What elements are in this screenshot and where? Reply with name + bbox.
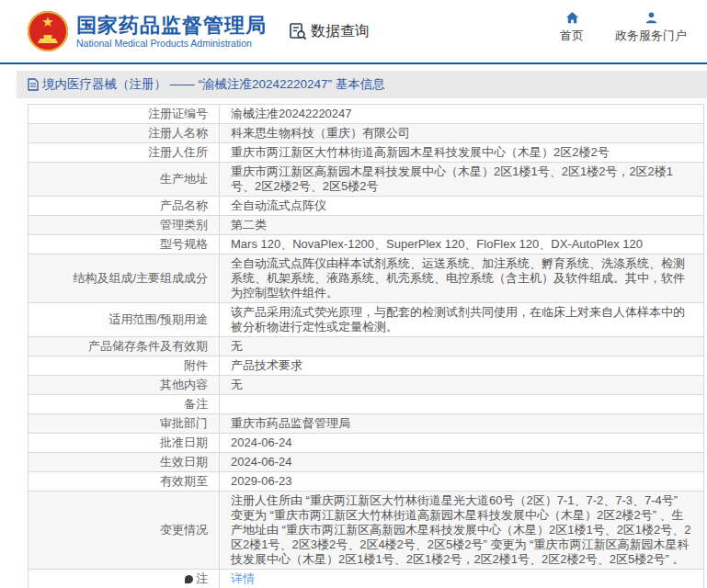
row-label: 产品储存条件及有效期 bbox=[29, 337, 220, 356]
row-value: 该产品采用流式荧光原理，与配套的检测试剂共同使用，在临床上对来自人体样本中的被分… bbox=[220, 303, 704, 337]
row-value: 2024-06-24 bbox=[220, 453, 704, 472]
row-label: 型号规格 bbox=[29, 235, 220, 254]
row-label: 有效期至 bbox=[29, 472, 220, 492]
row-value: 全自动流式点阵仪 bbox=[220, 197, 704, 216]
user-icon bbox=[644, 11, 658, 25]
data-query-section[interactable]: 数据查询 bbox=[289, 22, 370, 41]
row-value: 2029-06-23 bbox=[220, 472, 704, 492]
row-label: 产品名称 bbox=[29, 197, 220, 216]
row-value: 第二类 bbox=[220, 216, 704, 235]
document-icon bbox=[28, 78, 39, 91]
row-label: 注 bbox=[29, 570, 220, 588]
row-label: 管理类别 bbox=[29, 216, 220, 235]
row-label: 变更情况 bbox=[29, 492, 220, 570]
nav-item-service-portal[interactable]: 政务服务门户 bbox=[615, 11, 687, 42]
table-row: 注册证编号渝械注准20242220247 bbox=[29, 105, 704, 124]
row-value: 重庆市两江新区高新园木星科技发展中心（木星）2区1楼1号、2区1楼2号，2区2楼… bbox=[220, 163, 704, 197]
table-row: 产品储存条件及有效期无 bbox=[29, 337, 704, 356]
breadcrumb-text: 境内医疗器械（注册） —— “渝械注准20242220247” 基本信息 bbox=[42, 76, 385, 93]
nmpa-logo-link[interactable]: ★ 国家药品监督管理局 National Medical Products Ad… bbox=[28, 11, 267, 51]
table-row: 注册人名称科来思生物科技（重庆）有限公司 bbox=[29, 124, 704, 143]
table-row: 备注 bbox=[29, 395, 704, 414]
row-value: 产品技术要求 bbox=[220, 356, 704, 376]
detail-link[interactable]: 详情 bbox=[231, 571, 255, 585]
row-value: Mars 120、NovaPlex-1200、SuperPlex 120、Flo… bbox=[220, 235, 704, 254]
table-row: 注详情 bbox=[29, 570, 704, 588]
row-label: 结构及组成/主要组成成分 bbox=[29, 254, 220, 303]
row-label: 注册人住所 bbox=[29, 143, 220, 163]
row-label: 生产地址 bbox=[29, 163, 220, 197]
table-row: 有效期至2029-06-23 bbox=[29, 472, 704, 492]
nav-item-home[interactable]: 首页 bbox=[560, 11, 584, 42]
table-row: 结构及组成/主要组成成分全自动流式点阵仪由样本试剂系统、运送系统、加注系统、孵育… bbox=[29, 254, 704, 303]
table-row: 注册人住所重庆市两江新区大竹林街道高新园木星科技发展中心（木星）2区2楼2号 bbox=[29, 143, 704, 163]
table-row: 附件产品技术要求 bbox=[29, 356, 704, 376]
row-value: 重庆市两江新区大竹林街道高新园木星科技发展中心（木星）2区2楼2号 bbox=[220, 143, 704, 163]
breadcrumb: 境内医疗器械（注册） —— “渝械注准20242220247” 基本信息 bbox=[17, 71, 707, 98]
row-label: 审批部门 bbox=[29, 414, 220, 434]
row-label: 注册人名称 bbox=[29, 124, 220, 143]
site-title: 国家药品监督管理局 bbox=[76, 14, 267, 38]
row-label: 附件 bbox=[29, 356, 220, 376]
nav-item-label: 首页 bbox=[560, 28, 584, 42]
row-value: 重庆市药品监督管理局 bbox=[220, 414, 704, 434]
row-label: 批准日期 bbox=[29, 434, 220, 453]
note-balloon-icon bbox=[185, 575, 193, 583]
national-emblem-icon: ★ bbox=[28, 11, 68, 51]
table-row: 管理类别第二类 bbox=[29, 216, 704, 235]
info-table-body: 注册证编号渝械注准20242220247注册人名称科来思生物科技（重庆）有限公司… bbox=[29, 105, 704, 588]
header-nav: 首页 政务服务门户 bbox=[560, 11, 687, 42]
table-row: 适用范围/预期用途该产品采用流式荧光原理，与配套的检测试剂共同使用，在临床上对来… bbox=[29, 303, 704, 337]
table-row: 生效日期2024-06-24 bbox=[29, 453, 704, 472]
row-value: 详情 bbox=[220, 570, 704, 588]
row-value: 无 bbox=[220, 337, 704, 356]
row-value bbox=[220, 395, 704, 414]
table-row: 审批部门重庆市药品监督管理局 bbox=[29, 414, 704, 434]
brand-text: 国家药品监督管理局 National Medical Products Admi… bbox=[76, 14, 267, 50]
data-query-label: 数据查询 bbox=[311, 22, 370, 41]
row-value: 注册人住所由 “重庆两江新区大竹林街道星光大道60号（2区）7-1、7-2、7-… bbox=[220, 492, 704, 570]
table-row: 批准日期2024-06-24 bbox=[29, 434, 704, 453]
site-subtitle: National Medical Products Administration bbox=[76, 38, 267, 50]
table-row: 型号规格Mars 120、NovaPlex-1200、SuperPlex 120… bbox=[29, 235, 704, 254]
row-label: 其他内容 bbox=[29, 376, 220, 395]
nav-item-label: 政务服务门户 bbox=[615, 28, 687, 42]
row-label: 适用范围/预期用途 bbox=[29, 303, 220, 337]
registration-info-table: 注册证编号渝械注准20242220247注册人名称科来思生物科技（重庆）有限公司… bbox=[28, 104, 704, 588]
registration-info-table-wrap: 注册证编号渝械注准20242220247注册人名称科来思生物科技（重庆）有限公司… bbox=[28, 104, 704, 588]
row-value: 科来思生物科技（重庆）有限公司 bbox=[220, 124, 704, 143]
row-label: 备注 bbox=[29, 395, 220, 414]
row-value: 全自动流式点阵仪由样本试剂系统、运送系统、加注系统、孵育系统、洗涤系统、检测系统… bbox=[220, 254, 704, 303]
table-row: 产品名称全自动流式点阵仪 bbox=[29, 197, 704, 216]
table-row: 其他内容无 bbox=[29, 376, 704, 395]
row-label: 生效日期 bbox=[29, 453, 220, 472]
row-value: 渝械注准20242220247 bbox=[220, 105, 704, 124]
table-row: 生产地址重庆市两江新区高新园木星科技发展中心（木星）2区1楼1号、2区1楼2号，… bbox=[29, 163, 704, 197]
row-value: 2024-06-24 bbox=[220, 434, 704, 453]
row-label: 注册证编号 bbox=[29, 105, 220, 124]
data-query-icon bbox=[289, 22, 307, 40]
site-header: ★ 国家药品监督管理局 National Medical Products Ad… bbox=[0, 0, 707, 64]
table-row: 变更情况注册人住所由 “重庆两江新区大竹林街道星光大道60号（2区）7-1、7-… bbox=[29, 492, 704, 570]
home-icon bbox=[565, 11, 579, 25]
row-value: 无 bbox=[220, 376, 704, 395]
